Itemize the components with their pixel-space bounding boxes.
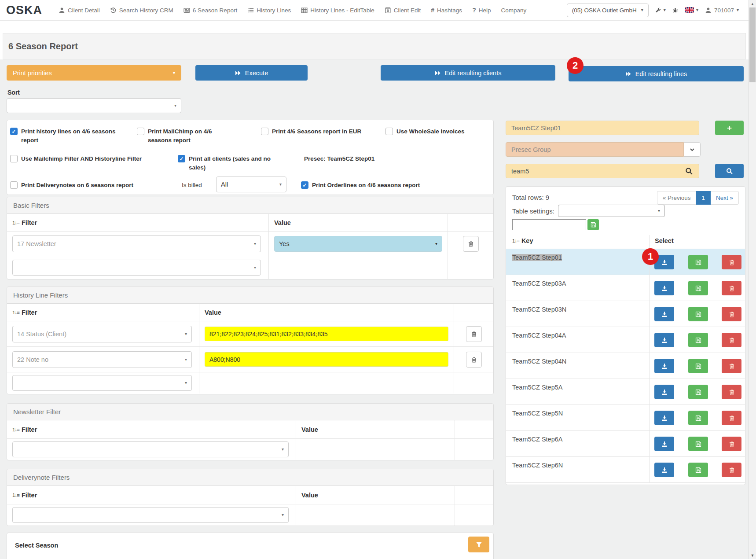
print-priorities-button[interactable]: Print priorities ▾	[7, 65, 181, 81]
trash-icon	[729, 363, 735, 369]
vertical-scrollbar[interactable]: ▲ ▼	[749, 0, 756, 559]
season-filter-button[interactable]	[468, 537, 489, 552]
checkbox-print-orderlines[interactable]: ✓ Print Orderlines on 4/6 seasons report	[301, 181, 433, 190]
delete-filter-button[interactable]	[466, 352, 482, 368]
nav-history-lines-edittable[interactable]: History Lines - EditTable	[301, 7, 374, 14]
save-preset-button[interactable]	[688, 307, 708, 321]
nav-search-history-crm[interactable]: Search History CRM	[110, 7, 173, 14]
tools-menu[interactable]: ▾	[655, 7, 666, 13]
preset-row[interactable]: Team5CZ Step6N	[506, 457, 745, 483]
preset-row[interactable]: Team5CZ Step01	[506, 249, 745, 275]
settings-name-input[interactable]	[512, 219, 586, 230]
history-filters-header: 1↓≡ Filter Value	[7, 304, 493, 321]
debug-button[interactable]	[672, 7, 678, 13]
basic-filter-select-2[interactable]: ▾	[12, 260, 261, 276]
delete-filter-button[interactable]	[466, 326, 482, 342]
history-filter-select-3[interactable]: ▾	[12, 375, 192, 391]
nav-6-season-report[interactable]: 6 Season Report	[183, 7, 237, 14]
save-preset-button[interactable]	[688, 385, 708, 399]
delete-preset-button[interactable]	[722, 463, 741, 477]
preset-name-input[interactable]	[506, 121, 699, 135]
user-menu[interactable]: 701007 ▾	[705, 7, 739, 14]
nav-hashtags[interactable]: # Hashtags	[431, 7, 462, 14]
preset-search-input[interactable]	[506, 164, 699, 178]
presec-group-select[interactable]: Presec Group	[506, 142, 684, 157]
save-preset-button[interactable]	[688, 281, 708, 295]
execute-button[interactable]: Execute	[195, 65, 308, 81]
table-settings-select[interactable]: ▾	[558, 205, 665, 217]
basic-filter-select-1[interactable]: 17 Newsletter ▾	[12, 235, 261, 252]
history-value-input-2[interactable]	[205, 352, 448, 367]
newsletter-filter-select[interactable]: ▾	[12, 441, 289, 457]
load-preset-button[interactable]	[654, 281, 674, 295]
save-preset-button[interactable]	[688, 333, 708, 347]
load-preset-button[interactable]	[654, 385, 674, 399]
search-presets-button[interactable]	[715, 164, 744, 178]
scrollbar-thumb[interactable]	[749, 7, 756, 82]
sort-select[interactable]: ▾	[7, 98, 181, 113]
load-preset-button[interactable]	[654, 463, 674, 477]
checkbox-report-in-eur[interactable]: Print 4/6 Seasons report in EUR	[261, 127, 375, 136]
preset-row[interactable]: Team5CZ Step03N	[506, 301, 745, 327]
save-preset-button[interactable]	[688, 359, 708, 373]
pagination-next[interactable]: Next »	[711, 191, 739, 205]
checkbox-print-history-lines[interactable]: ✓ Print history lines on 4/6 seasons rep…	[10, 127, 118, 145]
scroll-down-arrow[interactable]: ▼	[749, 552, 756, 559]
load-preset-button[interactable]	[654, 437, 674, 451]
company-select[interactable]: (05) OSKA Outlet GmbH ▾	[567, 4, 649, 17]
load-preset-button[interactable]	[654, 411, 674, 425]
nav-client-edit[interactable]: Client Edit	[385, 7, 421, 14]
preset-row[interactable]: Team5CZ Step03A	[506, 275, 745, 301]
preset-row[interactable]: Team5CZ Step04A	[506, 327, 745, 353]
save-preset-button[interactable]	[688, 463, 708, 477]
nav-history-lines[interactable]: History Lines	[247, 7, 291, 14]
nav-help[interactable]: ? Help	[472, 7, 491, 14]
history-filter-select-2[interactable]: 22 Note no ▾	[12, 351, 192, 368]
checkbox-label: Print all clients (sales and no sales)	[189, 154, 281, 173]
check-icon: ✓	[302, 181, 307, 189]
pagination-page-1[interactable]: 1	[696, 191, 711, 205]
delete-preset-button[interactable]	[722, 255, 741, 269]
delete-preset-button[interactable]	[722, 281, 741, 295]
pagination-previous[interactable]: « Previous	[657, 191, 696, 205]
is-billed-select[interactable]: All ▾	[216, 177, 286, 192]
save-preset-button[interactable]	[688, 437, 708, 451]
basic-value-select-1[interactable]: Yes ▾	[274, 236, 442, 252]
caret-down-icon: ▾	[664, 8, 666, 12]
save-preset-button[interactable]	[688, 255, 708, 269]
deliverynote-filter-select[interactable]: ▾	[12, 507, 289, 523]
load-preset-button[interactable]	[654, 359, 674, 373]
nav-company[interactable]: Company	[501, 7, 526, 14]
add-preset-button[interactable]: +	[715, 121, 744, 135]
preset-row[interactable]: Team5CZ Step6A	[506, 431, 745, 457]
checkbox-print-deliverynotes[interactable]: Print Deliverynotes on 6 seasons report	[10, 181, 155, 190]
load-preset-button[interactable]	[654, 333, 674, 347]
delete-preset-button[interactable]	[722, 333, 741, 347]
delete-filter-button[interactable]	[463, 236, 479, 252]
preset-row[interactable]: Team5CZ Step04N	[506, 353, 745, 379]
edit-resulting-lines-button[interactable]: Edit resulting lines	[569, 66, 744, 81]
delete-preset-button[interactable]	[722, 307, 741, 321]
checkbox-mailchimp-and-historyline[interactable]: Use Mailchimp Filter AND Historyline Fil…	[10, 154, 155, 163]
preset-results-panel: Total rows: 9 « Previous 1 Next » Table …	[506, 186, 745, 485]
preset-row[interactable]: Team5CZ Step5N	[506, 405, 745, 431]
delete-preset-button[interactable]	[722, 437, 741, 451]
history-value-input-1[interactable]	[205, 327, 448, 341]
load-preset-button[interactable]	[654, 307, 674, 321]
save-preset-button[interactable]	[688, 411, 708, 425]
delete-preset-button[interactable]	[722, 359, 741, 373]
edit-resulting-clients-button[interactable]: Edit resulting clients	[381, 65, 555, 81]
presec-group-expand-button[interactable]	[684, 142, 701, 157]
delete-preset-button[interactable]	[722, 385, 741, 399]
checkbox-print-all-clients[interactable]: ✓ Print all clients (sales and no sales)	[178, 154, 281, 173]
checkbox-wholesale-invoices[interactable]: Use WholeSale invoices	[385, 127, 482, 136]
history-filter-select-1[interactable]: 14 Status (Client) ▾	[12, 326, 192, 342]
nav-client-detail[interactable]: Client Detail	[59, 7, 100, 14]
language-select[interactable]: ▾	[685, 7, 698, 13]
delete-preset-button[interactable]	[722, 411, 741, 425]
id-card-icon	[385, 7, 391, 14]
scroll-up-arrow[interactable]: ▲	[749, 0, 756, 7]
checkbox-print-mailchimp[interactable]: Print MailChimp on 4/6 seasons report	[137, 127, 236, 145]
save-settings-button[interactable]	[587, 219, 599, 230]
preset-row[interactable]: Team5CZ Step5A	[506, 379, 745, 405]
